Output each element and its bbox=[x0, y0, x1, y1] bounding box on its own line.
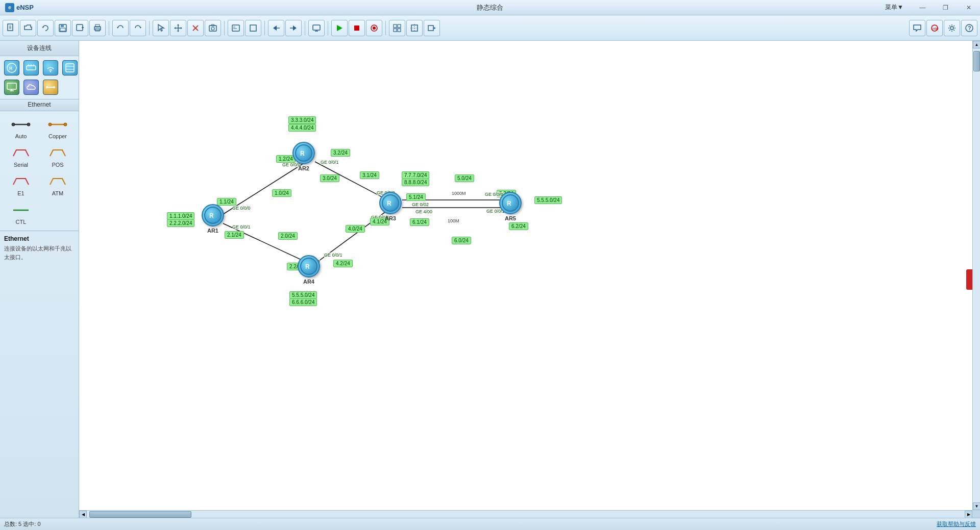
help-feedback-link[interactable]: 获取帮助与反馈 bbox=[937, 520, 976, 528]
device-router[interactable]: R bbox=[3, 59, 21, 77]
scroll-up-arrow[interactable]: ▲ bbox=[973, 41, 980, 48]
restore-button[interactable]: ❐ bbox=[934, 0, 957, 15]
svg-text:R: R bbox=[507, 200, 511, 207]
ar3-circle: R bbox=[379, 192, 402, 214]
close-button[interactable]: ✕ bbox=[957, 0, 980, 15]
main-layout: 设备连线 R bbox=[0, 41, 980, 518]
sep6 bbox=[328, 21, 328, 35]
device-cable-type[interactable] bbox=[41, 78, 60, 96]
net-label-31: 3.1/24 bbox=[360, 171, 379, 179]
device-pc[interactable] bbox=[3, 78, 21, 96]
router-ar5[interactable]: R AR5 bbox=[499, 192, 522, 221]
scroll-left-arrow[interactable]: ◀ bbox=[79, 511, 87, 518]
grid-button[interactable] bbox=[389, 20, 405, 36]
cable-auto[interactable]: Auto bbox=[4, 115, 38, 141]
console-text-button[interactable] bbox=[228, 20, 244, 36]
stop-all-button[interactable] bbox=[349, 20, 365, 36]
fit-button[interactable] bbox=[406, 20, 423, 36]
undo-button[interactable] bbox=[112, 20, 129, 36]
cable-ctl[interactable]: CTL bbox=[4, 200, 38, 227]
info-desc: 连接设备的以太网和千兆以太接口。 bbox=[4, 244, 75, 261]
cable-atm[interactable]: ATM bbox=[40, 172, 75, 198]
net-label-333: 3.3.3.0/24 bbox=[288, 116, 316, 124]
svg-point-72 bbox=[27, 123, 30, 126]
cable-section: Ethernet Auto Copper bbox=[0, 99, 79, 231]
pan-button[interactable] bbox=[170, 20, 186, 36]
svg-rect-26 bbox=[232, 25, 239, 31]
device-wireless[interactable] bbox=[41, 59, 60, 77]
ar2-label: AR2 bbox=[298, 165, 309, 171]
scroll-corner bbox=[972, 510, 980, 518]
net-label-51: 5.1/24 bbox=[406, 193, 426, 201]
huawei-logo-button[interactable]: HW bbox=[926, 20, 943, 36]
connect-in-button[interactable] bbox=[268, 20, 284, 36]
terminal-button[interactable] bbox=[308, 20, 325, 36]
scroll-thumb-vertical[interactable] bbox=[973, 51, 980, 71]
router-ar1[interactable]: R AR1 bbox=[202, 204, 224, 234]
select-button[interactable] bbox=[153, 20, 169, 36]
net-label-40: 4.0/24 bbox=[346, 225, 365, 233]
scroll-down-arrow[interactable]: ▼ bbox=[973, 502, 980, 510]
cable-copper[interactable]: Copper bbox=[40, 115, 75, 141]
horizontal-scrollbar[interactable]: ◀ ▶ bbox=[79, 510, 972, 518]
print-button[interactable] bbox=[89, 20, 106, 36]
router-ar3[interactable]: R AR3 bbox=[379, 192, 402, 221]
net-label-50: 5.0/24 bbox=[455, 174, 474, 182]
svg-rect-62 bbox=[66, 64, 74, 72]
router-ar4[interactable]: R AR4 bbox=[298, 255, 320, 285]
serial-cable-icon bbox=[11, 145, 31, 161]
router-ar2[interactable]: R AR2 bbox=[292, 142, 315, 171]
svg-point-61 bbox=[50, 71, 52, 72]
ar2-circle: R bbox=[292, 142, 315, 164]
device-firewall[interactable] bbox=[61, 59, 79, 77]
net-label-21: 2.1/24 bbox=[225, 231, 244, 239]
svg-rect-41 bbox=[394, 24, 397, 28]
delete-button[interactable] bbox=[187, 20, 204, 36]
menu-button[interactable]: 菜单▼ bbox=[885, 3, 903, 12]
svg-rect-65 bbox=[7, 83, 16, 89]
chat-button[interactable] bbox=[909, 20, 925, 36]
help-button[interactable]: ? bbox=[961, 20, 977, 36]
snapshot-button[interactable] bbox=[205, 20, 221, 36]
connect-out-button[interactable] bbox=[285, 20, 302, 36]
new-button[interactable] bbox=[3, 20, 19, 36]
settings-button[interactable] bbox=[944, 20, 960, 36]
svg-marker-17 bbox=[177, 24, 179, 26]
start-all-button[interactable] bbox=[331, 20, 348, 36]
device-cloud[interactable] bbox=[22, 78, 40, 96]
minimize-button[interactable]: — bbox=[911, 0, 934, 15]
iface-ar3-ge400: GE 4/00 bbox=[415, 209, 432, 214]
canvas-area[interactable]: 3.3.3.0/24 4.4.4.0/24 GE 0/0/0 GE 0/0/1 … bbox=[79, 41, 980, 518]
device-switch[interactable] bbox=[22, 59, 40, 77]
e1-cable-icon bbox=[11, 174, 31, 189]
saveas-button[interactable] bbox=[72, 20, 88, 36]
window-controls: — ❐ ✕ bbox=[911, 0, 980, 15]
auto-cable-icon bbox=[11, 117, 31, 132]
sidebar: 设备连线 R bbox=[0, 41, 79, 518]
open-button[interactable] bbox=[20, 20, 36, 36]
capture-button[interactable] bbox=[366, 20, 382, 36]
scroll-right-arrow[interactable]: ▶ bbox=[965, 511, 972, 518]
svg-rect-42 bbox=[398, 24, 401, 28]
svg-point-74 bbox=[48, 123, 52, 126]
svg-marker-20 bbox=[181, 27, 182, 29]
app-title: eNSP bbox=[16, 4, 34, 11]
serial-cable-label: Serial bbox=[14, 162, 28, 168]
scroll-thumb-horizontal[interactable] bbox=[89, 511, 191, 518]
redo-button[interactable] bbox=[130, 20, 146, 36]
reload-button[interactable] bbox=[37, 20, 54, 36]
pos-cable-icon bbox=[48, 145, 67, 161]
cable-e1[interactable]: E1 bbox=[4, 172, 38, 198]
svg-text:R: R bbox=[300, 150, 305, 157]
save-button[interactable] bbox=[55, 20, 71, 36]
record-button[interactable] bbox=[424, 20, 440, 36]
vertical-scrollbar[interactable]: ▲ ▼ bbox=[972, 41, 980, 510]
cable-serial[interactable]: Serial bbox=[4, 143, 38, 170]
cable-pos[interactable]: POS bbox=[40, 143, 75, 170]
svg-text:R: R bbox=[305, 263, 310, 270]
rect-draw-button[interactable] bbox=[245, 20, 261, 36]
net-label-30: 3.0/24 bbox=[320, 174, 339, 182]
wireless-icon bbox=[43, 60, 58, 75]
ar4-circle: R bbox=[298, 255, 320, 277]
svg-point-68 bbox=[46, 86, 48, 88]
